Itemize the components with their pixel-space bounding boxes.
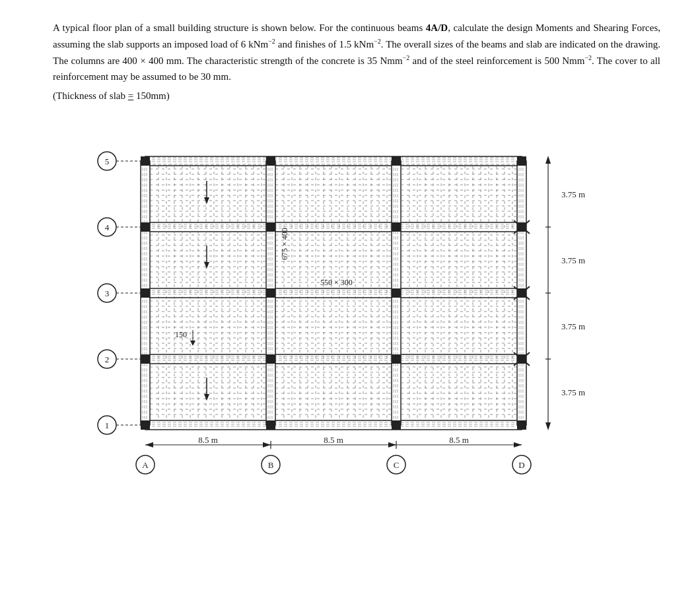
svg-marker-235 — [545, 156, 551, 164]
dim-w1: 8.5 m — [198, 435, 218, 445]
svg-marker-250 — [190, 341, 195, 346]
svg-rect-47 — [266, 288, 275, 298]
svg-rect-18 — [145, 420, 522, 430]
slab-thickness-label: 150 — [175, 330, 187, 339]
svg-rect-40 — [392, 156, 401, 166]
svg-rect-50 — [141, 354, 150, 364]
svg-rect-44 — [392, 222, 401, 232]
row-label-2: 2 — [105, 354, 110, 364]
svg-rect-38 — [141, 156, 150, 166]
svg-rect-48 — [392, 288, 401, 298]
svg-rect-14 — [145, 354, 522, 364]
row-label-1: 1 — [105, 420, 110, 430]
dim-w2: 8.5 m — [324, 435, 343, 445]
svg-rect-10 — [145, 288, 522, 298]
dim-h2: 3.75 m — [561, 255, 585, 265]
dim-h3: 3.75 m — [561, 321, 585, 331]
problem-statement: A typical floor plan of a small building… — [53, 20, 660, 85]
svg-marker-256 — [204, 394, 209, 401]
thickness-note: (Thickness of slab = 150mm) — [53, 90, 660, 102]
row-label-4: 4 — [105, 222, 110, 232]
svg-marker-244 — [388, 442, 396, 447]
svg-marker-241 — [145, 442, 153, 447]
svg-rect-39 — [266, 156, 275, 166]
svg-marker-236 — [545, 422, 551, 430]
svg-rect-55 — [266, 420, 275, 430]
row-label-3: 3 — [105, 288, 110, 298]
svg-rect-56 — [392, 420, 401, 430]
beam-label-horizontal: 550 × 300 — [320, 278, 353, 287]
floor-plan-container: 5 4 3 2 1 A B C D 3.75 m 3.75 m 3.75 m 3… — [53, 121, 660, 491]
svg-rect-46 — [141, 288, 150, 298]
row-label-5: 5 — [105, 156, 110, 166]
dim-h4: 3.75 m — [561, 387, 585, 397]
svg-marker-242 — [263, 442, 271, 447]
beam-label-vertical: 675 × 400 — [280, 228, 289, 260]
dim-w3: 8.5 m — [449, 435, 469, 445]
svg-rect-54 — [141, 420, 150, 430]
svg-rect-51 — [266, 354, 275, 364]
floor-plan-svg: 5 4 3 2 1 A B C D 3.75 m 3.75 m 3.75 m 3… — [86, 121, 627, 491]
col-label-B: B — [268, 460, 274, 470]
col-label-D: D — [518, 460, 524, 470]
svg-rect-6 — [145, 222, 522, 232]
col-label-A: A — [142, 460, 149, 470]
svg-rect-57 — [517, 420, 526, 430]
svg-rect-52 — [392, 354, 401, 364]
svg-rect-43 — [266, 222, 275, 232]
svg-marker-246 — [514, 442, 522, 447]
dim-h1: 3.75 m — [561, 189, 585, 199]
svg-rect-42 — [141, 222, 150, 232]
col-label-C: C — [394, 460, 400, 470]
svg-marker-254 — [204, 262, 209, 269]
svg-rect-41 — [517, 156, 526, 166]
